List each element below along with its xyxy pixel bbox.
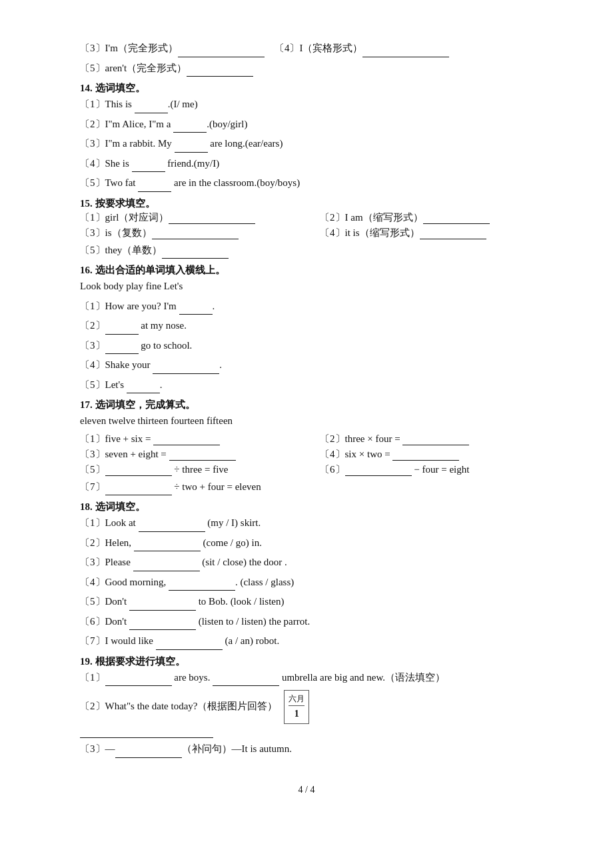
- q17-row4: 〔7〕 ÷ two + four = eleven: [80, 479, 533, 496]
- q16-item4: 〔4〕Shake your .: [80, 357, 533, 374]
- q14-item5: 〔5〕Two fat are in the classroom.(boy/boy…: [80, 175, 533, 192]
- q19-answer-line-container: [80, 727, 533, 738]
- q19-item2: 〔2〕What"s the date today?（根据图片回答） 六月 1: [80, 690, 533, 724]
- q15-col-left-2: 〔3〕is（复数）: [80, 227, 293, 239]
- q19-title: 19. 根据要求进行填空。: [80, 655, 533, 668]
- q18-title: 18. 选词填空。: [80, 501, 533, 513]
- q18-item6: 〔6〕Don't (listen to / listen) the parrot…: [80, 613, 533, 631]
- q19-answer-line: [80, 728, 213, 738]
- q16-item2: 〔2〕 at my nose.: [80, 317, 533, 335]
- q16-item1: 〔1〕How are you? I'm .: [80, 298, 533, 315]
- q17-row1: 〔1〕five + six = 〔2〕three × four =: [80, 433, 533, 445]
- q16-wordbank: Look body play fine Let's: [80, 278, 533, 295]
- q16-item3: 〔3〕 go to school.: [80, 337, 533, 355]
- q15-title: 15. 按要求填空。: [80, 197, 533, 210]
- q14-item1: 〔1〕This is .(I/ me): [80, 96, 533, 113]
- q15-col-left-1: 〔1〕girl（对应词）: [80, 211, 293, 224]
- q17-title: 17. 选词填空，完成算式。: [80, 399, 533, 411]
- q17-wordbank: eleven twelve thirteen fourteen fifteen: [80, 413, 533, 430]
- q14-item3: 〔3〕I"m a rabbit. My are long.(ear/ears): [80, 135, 533, 153]
- q17-col-left-3: 〔5〕 ÷ three = five: [80, 463, 293, 476]
- q18-item7: 〔7〕I would like (a / an) robot.: [80, 633, 533, 650]
- q15-row1: 〔1〕girl（对应词） 〔2〕I am（缩写形式）: [80, 211, 533, 224]
- blank-3a: [178, 47, 265, 57]
- q17-col-right-3: 〔6〕 − four = eight: [320, 463, 533, 476]
- q18-item3: 〔3〕Please (sit / close) the door .: [80, 554, 533, 571]
- q18-item5: 〔5〕Don't to Bob. (look / listen): [80, 593, 533, 611]
- q18-item4: 〔4〕Good morning, . (class / glass): [80, 574, 533, 591]
- calendar-widget: 六月 1: [284, 690, 309, 724]
- blank-5a: [187, 67, 253, 77]
- q17-col-right-1: 〔2〕three × four =: [320, 433, 533, 445]
- blank-4a: [362, 47, 449, 57]
- q16-item5: 〔5〕Let's .: [80, 377, 533, 394]
- intro-line-5: 〔5〕aren't（完全形式）: [80, 60, 533, 77]
- q17-col-left-2: 〔3〕seven + eight =: [80, 448, 293, 461]
- q14-item4: 〔4〕She is friend.(my/I): [80, 155, 533, 173]
- q14-item2: 〔2〕I"m Alice, I"m a .(boy/girl): [80, 116, 533, 133]
- q15-item5: 〔5〕they（单数）: [80, 242, 533, 259]
- intro-line-3: 〔3〕I'm（完全形式） 〔4〕I（宾格形式）: [80, 40, 533, 57]
- q17-col-right-2: 〔4〕six × two =: [320, 448, 533, 461]
- calendar-day: 1: [289, 706, 305, 722]
- q17-row3: 〔5〕 ÷ three = five 〔6〕 − four = eight: [80, 463, 533, 476]
- q15-col-right-2: 〔4〕it is（缩写形式）: [320, 227, 533, 239]
- q17-row2: 〔3〕seven + eight = 〔4〕six × two =: [80, 448, 533, 461]
- q18-item2: 〔2〕Helen, (come / go) in.: [80, 535, 533, 552]
- q19-item3: 〔3〕—（补问句）—It is autumn.: [80, 741, 533, 758]
- q17-col-left-1: 〔1〕five + six =: [80, 433, 293, 445]
- q15-col-right-1: 〔2〕I am（缩写形式）: [320, 211, 533, 224]
- page-number: 4 / 4: [80, 785, 533, 795]
- q15-row2: 〔3〕is（复数） 〔4〕it is（缩写形式）: [80, 227, 533, 239]
- q16-title: 16. 选出合适的单词填入横线上。: [80, 264, 533, 277]
- q18-item1: 〔1〕Look at (my / I) skirt.: [80, 515, 533, 532]
- calendar-month: 六月: [289, 692, 305, 706]
- q14-title: 14. 选词填空。: [80, 82, 533, 95]
- q19-item1: 〔1〕 are boys. umbrella are big and new.（…: [80, 669, 533, 687]
